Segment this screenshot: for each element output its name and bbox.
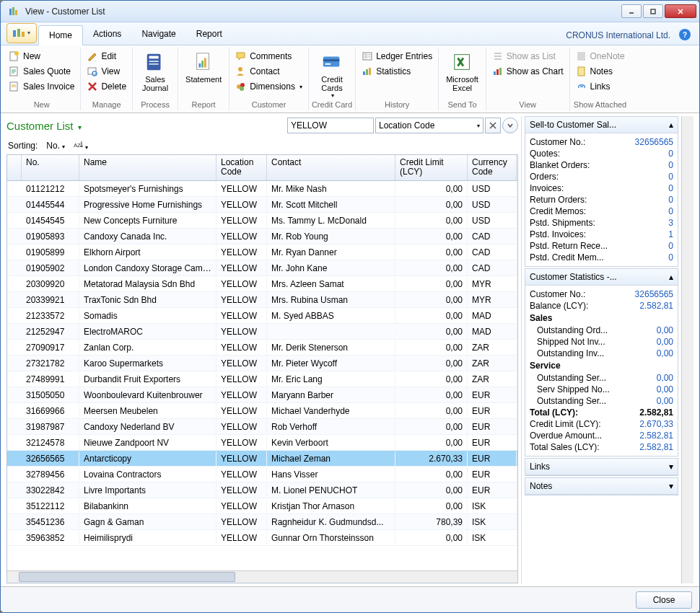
table-row[interactable]: 01905902London Candoxy Storage CampusYEL…: [7, 260, 517, 276]
table-row[interactable]: 33022842Livre ImportantsYELLOWM. Lionel …: [7, 482, 517, 498]
table-row[interactable]: 35451236Gagn & GamanYELLOWRagnheidur K. …: [7, 514, 517, 530]
factbox-notes-header[interactable]: Notes▾: [525, 478, 678, 495]
table-row[interactable]: 31987987Candoxy Nederland BVYELLOWRob Ve…: [7, 419, 517, 435]
table-row[interactable]: 31669966Meersen MeubelenYELLOWMichael Va…: [7, 403, 517, 419]
factbox-row[interactable]: Quotes:0: [530, 148, 673, 159]
factbox-row[interactable]: Pstd. Invoices:1: [530, 229, 673, 240]
sort-direction-button[interactable]: AZ▾: [74, 139, 88, 151]
delete-icon: [87, 81, 98, 92]
close-button[interactable]: [665, 4, 696, 18]
factbox-row[interactable]: Shipped Not Inv...0,00: [530, 336, 673, 348]
factbox-row[interactable]: Outstanding Ser...0,00: [530, 395, 673, 407]
factbox-stats-header[interactable]: Customer Statistics -...▴: [525, 269, 678, 286]
table-row[interactable]: 27090917Zanlan Corp.YELLOWMr. Derik Sten…: [7, 340, 517, 356]
factbox-row[interactable]: Orders:0: [530, 171, 673, 182]
factbox-row[interactable]: Customer No.:32656565: [530, 288, 673, 300]
factbox-row[interactable]: Overdue Amount...2.582,81: [530, 430, 673, 441]
tab-actions[interactable]: Actions: [83, 25, 131, 45]
factbox-row[interactable]: Credit Limit (LCY):2.670,33: [530, 418, 673, 430]
sales-invoice-button[interactable]: Sales Invoice: [6, 79, 77, 94]
factbox-row[interactable]: Return Orders:0: [530, 194, 673, 206]
ledger-entries-button[interactable]: Ledger Entries: [359, 49, 435, 63]
minimize-button[interactable]: [621, 4, 642, 18]
factbox-row[interactable]: Credit Memos:0: [530, 206, 673, 217]
table-row[interactable]: 20339921TraxTonic Sdn BhdYELLOWMrs. Rubi…: [7, 292, 517, 308]
col-header-name[interactable]: Name: [79, 155, 216, 180]
tab-report[interactable]: Report: [186, 25, 232, 45]
svg-rect-20: [201, 61, 204, 67]
factbox-row[interactable]: Pstd. Shipments:3: [530, 217, 673, 229]
table-row[interactable]: 20309920Metatorad Malaysia Sdn BhdYELLOW…: [7, 276, 517, 292]
table-row[interactable]: 01445544Progressive Home FurnishingsYELL…: [7, 197, 517, 213]
sorting-field-combo[interactable]: No. ▾: [43, 140, 68, 151]
expand-filter-button[interactable]: [502, 118, 518, 133]
contact-button[interactable]: Contact: [232, 64, 305, 79]
col-header-currency[interactable]: Currency Code: [468, 155, 517, 180]
view-button[interactable]: View: [84, 64, 129, 79]
col-header-no[interactable]: No.: [22, 155, 79, 180]
table-row[interactable]: 31505050Woonboulevard KuitenbrouwerYELLO…: [7, 387, 517, 403]
grid-body[interactable]: 01121212Spotsmeyer's FurnishingsYELLOWMr…: [7, 181, 517, 570]
links-button[interactable]: Links: [573, 79, 628, 94]
table-row[interactable]: 27489991Durbandit Fruit ExportersYELLOWM…: [7, 371, 517, 387]
credit-cards-button[interactable]: Credit Cards▾: [312, 49, 351, 100]
factbox-row[interactable]: Outstanding Ord...0,00: [530, 325, 673, 336]
factbox-row[interactable]: Outstanding Ser...0,00: [530, 372, 673, 384]
help-icon[interactable]: ?: [679, 29, 691, 40]
col-header-contact[interactable]: Contact: [267, 155, 395, 180]
factbox-links-header[interactable]: Links▾: [525, 459, 678, 475]
list-title-dropdown[interactable]: Customer List ▾: [6, 120, 82, 132]
vertical-scrollbar[interactable]: [681, 116, 694, 583]
factbox-row[interactable]: Pstd. Credit Mem...0: [530, 252, 673, 263]
col-header-credit[interactable]: Credit Limit (LCY): [395, 155, 468, 180]
tab-home[interactable]: Home: [38, 25, 83, 45]
table-row[interactable]: 32656565AntarcticopyYELLOWMichael Zeman2…: [7, 451, 517, 467]
factbox-row[interactable]: Serv Shipped No...0,00: [530, 384, 673, 395]
ledger-icon: [362, 50, 373, 62]
svg-rect-4: [651, 9, 655, 14]
factbox-row[interactable]: Total Sales (LCY):2.582,81: [530, 441, 673, 453]
table-row[interactable]: 01454545New Concepts FurnitureYELLOWMs. …: [7, 213, 517, 229]
ribbon-group-sendto: Microsoft Excel Send To: [439, 48, 486, 110]
new-button[interactable]: New: [6, 49, 77, 63]
comments-button[interactable]: Comments: [232, 49, 305, 63]
ribbon-group-view: Show as List Show as Chart View: [486, 48, 570, 110]
clear-filter-button[interactable]: [485, 118, 501, 133]
table-row[interactable]: 01905893Candoxy Canada Inc.YELLOWMr. Rob…: [7, 229, 517, 244]
tab-navigate[interactable]: Navigate: [131, 25, 185, 45]
filter-field-combo[interactable]: Location Code▾: [375, 118, 484, 133]
app-menu-button[interactable]: [6, 23, 37, 43]
factbox-sales-header[interactable]: Sell-to Customer Sal...▴: [525, 117, 678, 133]
table-row[interactable]: 35122112BilabankinnYELLOWKristjan Thor A…: [7, 498, 517, 514]
table-row[interactable]: 27321782Karoo SupermarketsYELLOWMr. Piet…: [7, 356, 517, 371]
factbox-row[interactable]: Balance (LCY):2.582,81: [530, 300, 673, 312]
factbox-row[interactable]: Outstanding Inv...0,00: [530, 348, 673, 359]
factbox-row[interactable]: Pstd. Return Rece...0: [530, 240, 673, 252]
close-page-button[interactable]: Close: [636, 591, 692, 609]
table-row[interactable]: 01121212Spotsmeyer's FurnishingsYELLOWMr…: [7, 181, 517, 197]
table-row[interactable]: 32124578Nieuwe Zandpoort NVYELLOWKevin V…: [7, 435, 517, 451]
statement-button[interactable]: Statement: [181, 49, 226, 85]
maximize-button[interactable]: [643, 4, 663, 18]
factbox-row[interactable]: Customer No.:32656565: [530, 136, 673, 148]
factbox-row[interactable]: Blanket Orders:0: [530, 159, 673, 171]
notes-button[interactable]: Notes: [573, 64, 628, 79]
factbox-row[interactable]: Total (LCY):2.582,81: [530, 407, 673, 418]
edit-button[interactable]: Edit: [84, 49, 129, 63]
sales-quote-button[interactable]: Sales Quote: [6, 64, 77, 79]
factbox-row[interactable]: Invoices:0: [530, 182, 673, 194]
statistics-button[interactable]: Statistics: [359, 64, 435, 79]
sales-journal-button[interactable]: Sales Journal: [136, 49, 175, 94]
excel-button[interactable]: Microsoft Excel: [442, 49, 483, 94]
table-row[interactable]: 21233572SomadisYELLOWM. Syed ABBAS0,00MA…: [7, 308, 517, 324]
col-header-location[interactable]: Location Code: [216, 155, 267, 180]
filter-value-input[interactable]: [287, 118, 374, 133]
table-row[interactable]: 01905899Elkhorn AirportYELLOWMr. Ryan Da…: [7, 244, 517, 260]
show-as-chart-button[interactable]: Show as Chart: [489, 64, 566, 79]
table-row[interactable]: 32789456Lovaina ContractorsYELLOWHans Vi…: [7, 467, 517, 482]
delete-button[interactable]: Delete: [84, 79, 129, 94]
table-row[interactable]: 35963852HeimilisprydiYELLOWGunnar Orn Th…: [7, 530, 517, 546]
table-row[interactable]: 21252947ElectroMAROCYELLOW0,00MAD: [7, 324, 517, 340]
horizontal-scrollbar[interactable]: [7, 570, 517, 583]
dimensions-button[interactable]: Dimensions▾: [232, 79, 305, 94]
